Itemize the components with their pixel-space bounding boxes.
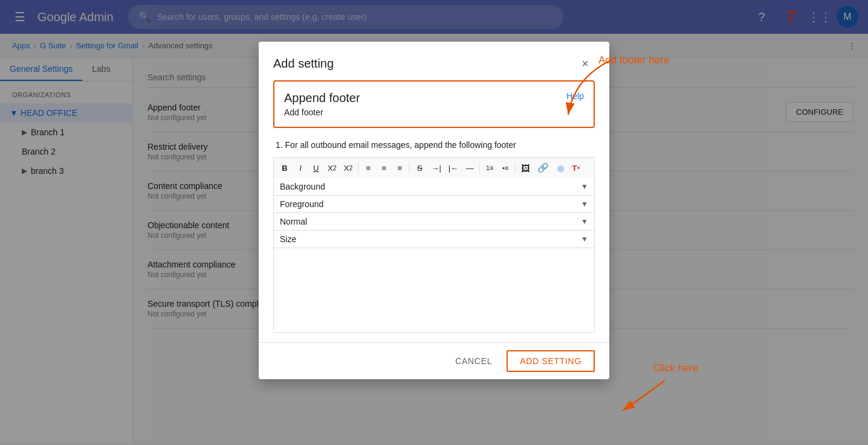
background-dropdown[interactable]: Background ▼ — [273, 178, 595, 196]
ordered-list-button[interactable]: 1≡ — [482, 162, 497, 174]
toolbar-separator-2 — [409, 162, 410, 173]
size-dropdown[interactable]: Size ▼ — [273, 231, 595, 248]
size-label: Size — [280, 234, 296, 244]
underline-button[interactable]: U — [309, 161, 323, 175]
background-dropdown-arrow: ▼ — [581, 182, 588, 191]
toolbar-separator-4 — [515, 162, 516, 173]
align-left-button[interactable]: ≡ — [361, 161, 375, 175]
foreground-label: Foreground — [280, 199, 323, 209]
subscript-button[interactable]: X2 — [325, 161, 340, 175]
normal-dropdown-arrow: ▼ — [581, 217, 588, 226]
align-center-button[interactable]: ≡ — [377, 161, 391, 175]
modal-title: Add setting — [273, 57, 334, 71]
foreground-dropdown-arrow: ▼ — [581, 200, 588, 208]
help-link[interactable]: Help — [566, 91, 584, 101]
modal-close-button[interactable]: × — [575, 54, 595, 73]
cancel-button[interactable]: CANCEL — [445, 350, 502, 372]
footer-text-area[interactable] — [273, 248, 595, 333]
size-dropdown-arrow: ▼ — [581, 235, 588, 243]
selected-setting-title: Append footer — [284, 91, 584, 105]
italic-button[interactable]: I — [293, 161, 308, 175]
normal-dropdown[interactable]: Normal ▼ — [273, 213, 595, 231]
indent-left-button[interactable]: |← — [445, 161, 461, 175]
strikethrough-button[interactable]: S — [412, 161, 427, 175]
rich-text-toolbar: B I U X2 X2 ≡ ≡ ≡ S →| |← — 1≡ •≡ 🖼 🔗 — [273, 157, 595, 178]
toolbar-separator-1 — [358, 162, 358, 173]
unordered-list-button[interactable]: •≡ — [498, 162, 513, 174]
selected-setting-subtitle: Add footer — [284, 107, 584, 117]
foreground-dropdown[interactable]: Foreground ▼ — [273, 196, 595, 213]
modal-overlay[interactable]: Add setting × Append footer Add footer H… — [0, 0, 868, 445]
image-button[interactable]: 🖼 — [518, 161, 533, 176]
link-button[interactable]: 🔗 — [534, 160, 552, 176]
footer-instruction: 1. For all outbound email messages, appe… — [273, 140, 595, 150]
add-setting-button[interactable]: ADD SETTING — [507, 350, 595, 372]
superscript-button[interactable]: X2 — [341, 161, 356, 175]
normal-label: Normal — [280, 217, 307, 226]
special-char-button[interactable]: ◎ — [553, 161, 568, 175]
toolbar-separator-3 — [479, 162, 480, 173]
add-setting-modal: Add setting × Append footer Add footer H… — [259, 42, 609, 379]
bold-button[interactable]: B — [277, 161, 292, 175]
modal-footer: CANCEL ADD SETTING — [259, 342, 609, 379]
background-label: Background — [280, 182, 325, 191]
selected-setting-card: Append footer Add footer Help — [273, 80, 595, 128]
hr-button[interactable]: — — [462, 161, 477, 175]
modal-header: Add setting × — [259, 42, 609, 80]
modal-body: Append footer Add footer Help 1. For all… — [259, 80, 609, 342]
align-right-button[interactable]: ≡ — [392, 161, 407, 175]
indent-right-button[interactable]: →| — [428, 161, 444, 175]
clear-format-button[interactable]: T× — [569, 161, 583, 175]
